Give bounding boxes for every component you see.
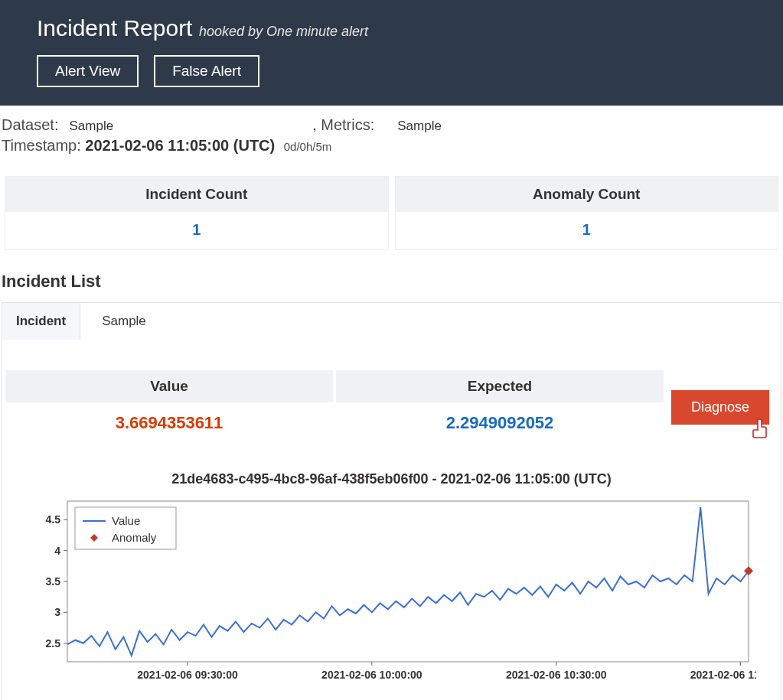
incident-count-label: Incident Count <box>5 177 388 212</box>
incident-container: Incident Sample Value 3.6694353611 Expec… <box>2 302 781 700</box>
svg-text:2021-02-06 10:00:00: 2021-02-06 10:00:00 <box>321 669 422 681</box>
svg-text:Value: Value <box>112 514 140 527</box>
page-title: Incident Report <box>37 15 192 41</box>
incident-count-value: 1 <box>5 212 388 249</box>
incident-list-title: Incident List <box>2 272 783 291</box>
svg-text:Anomaly: Anomaly <box>112 531 157 544</box>
timestamp-value: 2021-02-06 11:05:00 (UTC) <box>85 137 275 154</box>
value-cell: 3.6694353611 <box>5 402 333 444</box>
svg-text:2021-02-06 10:30:00: 2021-02-06 10:30:00 <box>506 669 607 681</box>
metrics-value: Sample <box>397 119 442 134</box>
tab-sample-text: Sample <box>102 314 146 329</box>
timestamp-extra: 0d/0h/5m <box>284 140 332 153</box>
expected-header: Expected <box>336 370 664 402</box>
line-chart: 2.533.544.52021-02-06 09:30:002021-02-06… <box>25 495 756 686</box>
svg-text:4: 4 <box>54 545 60 557</box>
chart-title: 21de4683-c495-4bc8-96af-438f5eb06f00 - 2… <box>25 471 758 487</box>
page-subtitle: hooked by One minute alert <box>199 24 368 39</box>
cursor-pointer-icon <box>751 417 772 440</box>
svg-text:3: 3 <box>54 606 60 618</box>
alert-view-button[interactable]: Alert View <box>37 55 139 87</box>
timestamp-label: Timestamp: <box>2 137 81 154</box>
anomaly-count-label: Anomaly Count <box>396 177 778 212</box>
dataset-value: Sample <box>69 119 113 134</box>
meta-info: Dataset: Sample , Metrics: Sample Timest… <box>0 106 783 155</box>
expected-cell: 2.2949092052 <box>336 402 664 444</box>
dataset-label: Dataset: <box>2 116 58 134</box>
counts-table: Incident Count 1 Anomaly Count 1 <box>5 176 778 250</box>
false-alert-button[interactable]: False Alert <box>154 55 259 87</box>
svg-text:2021-02-06 11:00:00: 2021-02-06 11:00:00 <box>690 669 756 681</box>
chart-area: 21de4683-c495-4bc8-96af-438f5eb06f00 - 2… <box>25 471 758 689</box>
svg-text:2.5: 2.5 <box>46 637 61 650</box>
metrics-label: , Metrics: <box>312 116 374 134</box>
tab-incident[interactable]: Incident <box>2 302 80 340</box>
header: Incident Report hooked by One minute ale… <box>0 0 783 106</box>
svg-text:2021-02-06 09:30:00: 2021-02-06 09:30:00 <box>137 669 238 681</box>
svg-text:4.5: 4.5 <box>46 513 61 526</box>
svg-text:3.5: 3.5 <box>46 575 61 588</box>
value-header: Value <box>5 370 333 402</box>
anomaly-count-value: 1 <box>396 212 778 249</box>
